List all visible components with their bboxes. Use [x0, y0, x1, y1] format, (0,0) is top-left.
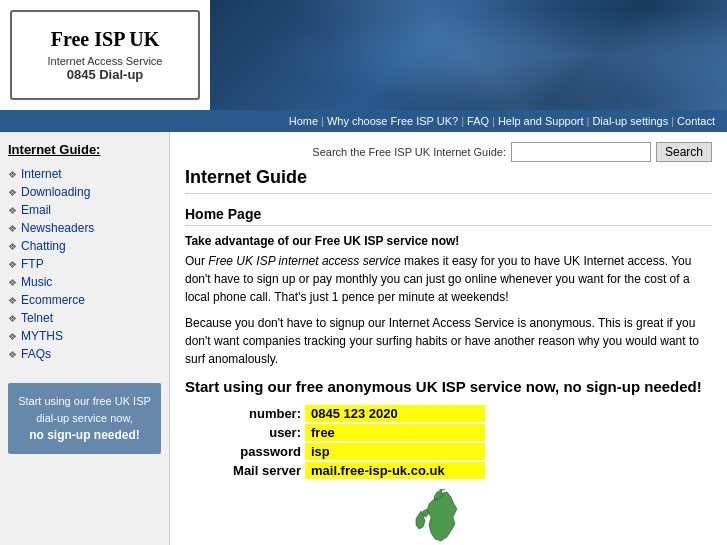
sidebar-item-newsheaders[interactable]: ❖ Newsheaders	[8, 219, 161, 237]
promo-line2: dial-up service now,	[36, 412, 133, 424]
search-button[interactable]: Search	[656, 142, 712, 162]
info-row-password: password isp	[185, 443, 712, 460]
nav-why[interactable]: Why choose Free ISP UK?	[327, 115, 458, 127]
bullet-icon: ❖	[8, 169, 17, 180]
sidebar-item-downloading[interactable]: ❖ Downloading	[8, 183, 161, 201]
bullet-icon: ❖	[8, 223, 17, 234]
search-area: Search the Free ISP UK Internet Guide: S…	[185, 142, 712, 162]
bold-intro: Take advantage of our Free UK ISP servic…	[185, 234, 712, 248]
map-area	[185, 489, 712, 545]
svg-point-3	[439, 489, 442, 492]
bullet-icon: ❖	[8, 241, 17, 252]
info-label-user: user:	[185, 425, 305, 440]
main-layout: Internet Guide: ❖ Internet ❖ Downloading…	[0, 132, 727, 545]
bullet-icon: ❖	[8, 205, 17, 216]
info-value-password: isp	[305, 443, 485, 460]
info-value-user: free	[305, 424, 485, 441]
section-title: Home Page	[185, 206, 712, 226]
bullet-icon: ❖	[8, 313, 17, 324]
navbar: Home | Why choose Free ISP UK? | FAQ | H…	[0, 110, 727, 132]
sidebar-item-faqs[interactable]: ❖ FAQs	[8, 345, 161, 363]
page-heading: Internet Guide	[185, 167, 712, 194]
sidebar-item-myths[interactable]: ❖ MYTHS	[8, 327, 161, 345]
sidebar-item-chatting[interactable]: ❖ Chatting	[8, 237, 161, 255]
info-label-mailserver: Mail server	[185, 463, 305, 478]
info-label-password: password	[185, 444, 305, 459]
svg-marker-0	[427, 492, 457, 541]
search-label: Search the Free ISP UK Internet Guide:	[312, 146, 506, 158]
bullet-icon: ❖	[8, 349, 17, 360]
cta-text: Start using our free anonymous UK ISP se…	[185, 378, 712, 395]
sidebar-item-telnet[interactable]: ❖ Telnet	[8, 309, 161, 327]
nav-home[interactable]: Home	[289, 115, 318, 127]
paragraph2: Because you don't have to signup our Int…	[185, 314, 712, 368]
svg-point-4	[443, 489, 445, 490]
nav-sep-3: |	[492, 115, 495, 127]
info-label-number: number:	[185, 406, 305, 421]
paragraph1: Our Free UK ISP internet access service …	[185, 252, 712, 306]
para1-pre: Our	[185, 254, 208, 268]
sidebar: Internet Guide: ❖ Internet ❖ Downloading…	[0, 132, 170, 545]
promo-line1: Start using our free UK ISP	[18, 395, 151, 407]
info-row-user: user: free	[185, 424, 712, 441]
nav-sep-1: |	[321, 115, 324, 127]
info-row-mailserver: Mail server mail.free-isp-uk.co.uk	[185, 462, 712, 479]
sidebar-title: Internet Guide:	[8, 142, 161, 157]
info-table: number: 0845 123 2020 user: free passwor…	[185, 405, 712, 479]
logo-subtitle: Internet Access Service	[48, 55, 163, 67]
nav-help[interactable]: Help and Support	[498, 115, 584, 127]
nav-contact[interactable]: Contact	[677, 115, 715, 127]
bullet-icon: ❖	[8, 259, 17, 270]
sidebar-promo: Start using our free UK ISP dial-up serv…	[8, 383, 161, 454]
bullet-icon: ❖	[8, 277, 17, 288]
nav-dialup[interactable]: Dial-up settings	[592, 115, 668, 127]
sidebar-item-internet[interactable]: ❖ Internet	[8, 165, 161, 183]
sidebar-item-ecommerce[interactable]: ❖ Ecommerce	[8, 291, 161, 309]
sidebar-item-email[interactable]: ❖ Email	[8, 201, 161, 219]
search-input[interactable]	[511, 142, 651, 162]
header-banner	[210, 0, 727, 110]
logo-title: Free ISP UK	[51, 28, 160, 51]
uk-map	[409, 489, 489, 545]
nav-sep-4: |	[587, 115, 590, 127]
promo-bold: no sign-up needed!	[29, 428, 140, 442]
logo-phone: 0845 Dial-up	[67, 67, 144, 82]
info-row-number: number: 0845 123 2020	[185, 405, 712, 422]
bullet-icon: ❖	[8, 187, 17, 198]
sidebar-item-ftp[interactable]: ❖ FTP	[8, 255, 161, 273]
info-value-mailserver: mail.free-isp-uk.co.uk	[305, 462, 485, 479]
nav-sep-5: |	[671, 115, 674, 127]
info-value-number: 0845 123 2020	[305, 405, 485, 422]
sidebar-item-music[interactable]: ❖ Music	[8, 273, 161, 291]
content-area: Search the Free ISP UK Internet Guide: S…	[170, 132, 727, 545]
logo-box: Free ISP UK Internet Access Service 0845…	[10, 10, 200, 100]
bullet-icon: ❖	[8, 295, 17, 306]
nav-faq[interactable]: FAQ	[467, 115, 489, 127]
header: Free ISP UK Internet Access Service 0845…	[0, 0, 727, 110]
nav-sep-2: |	[461, 115, 464, 127]
bullet-icon: ❖	[8, 331, 17, 342]
para1-italic: Free UK ISP internet access service	[208, 254, 400, 268]
